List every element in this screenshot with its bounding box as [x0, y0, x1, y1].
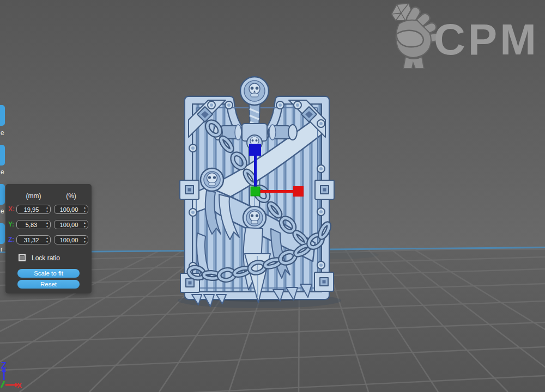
reset-button[interactable]: Reset	[17, 280, 80, 289]
pommel-skull	[249, 83, 260, 97]
gizmo-x-handle[interactable]	[293, 186, 304, 197]
spinner-arrows-icon[interactable]: ▲▼	[46, 236, 49, 243]
gizmo-z-handle[interactable]	[249, 144, 261, 156]
fist-icon	[391, 3, 440, 69]
scale-y-percent-spinbox[interactable]: ▲▼	[54, 220, 88, 229]
cpm-watermark: CPM	[376, 1, 543, 70]
lock-ratio-checkbox[interactable]	[19, 254, 26, 261]
scale-y-mm-spinbox[interactable]: ▲▼	[16, 220, 51, 229]
watermark-text: CPM	[434, 15, 539, 64]
axis-x-label: X	[17, 381, 22, 390]
lock-ratio-label: Lock ratio	[32, 254, 60, 262]
scale-panel: (mm) (%) X: ▲▼ ▲▼ Y: ▲▼ ▲▼ Z: ▲▼ ▲▼ Lock…	[5, 184, 92, 293]
tool-label-rotate: e	[1, 207, 4, 215]
tool-button-move[interactable]	[0, 105, 5, 126]
scale-z-mm-spinbox[interactable]: ▲▼	[16, 235, 51, 244]
scale-y-percent-input[interactable]	[55, 220, 88, 229]
spinner-arrows-icon[interactable]: ▲▼	[83, 236, 86, 243]
spinner-arrows-icon[interactable]: ▲▼	[46, 206, 49, 213]
scale-x-mm-input[interactable]	[17, 205, 50, 213]
scale-x-mm-spinbox[interactable]: ▲▼	[16, 205, 51, 214]
spinner-arrows-icon[interactable]: ▲▼	[83, 221, 86, 228]
scale-x-percent-spinbox[interactable]: ▲▼	[54, 205, 88, 214]
unit-header-mm: (mm)	[16, 192, 51, 200]
axis-x-row-label: X:	[8, 205, 17, 213]
tool-label-move: e	[1, 129, 4, 137]
scale-z-percent-spinbox[interactable]: ▲▼	[54, 235, 88, 244]
axis-z-row-label: Z:	[8, 235, 17, 244]
axis-y-row-label: Y:	[8, 220, 17, 229]
tool-label-mirror: r	[1, 246, 3, 253]
unit-header-percent: (%)	[54, 192, 88, 200]
spinner-arrows-icon[interactable]: ▲▼	[46, 221, 49, 228]
spinner-arrows-icon[interactable]: ▲▼	[83, 206, 86, 213]
tool-button-scale[interactable]	[0, 145, 5, 166]
tool-label-scale: e	[1, 168, 4, 176]
scale-x-percent-input[interactable]	[55, 205, 88, 213]
gizmo-origin-handle[interactable]	[251, 187, 260, 196]
scale-y-mm-input[interactable]	[17, 220, 50, 229]
scale-to-fit-button[interactable]: Scale to fit	[17, 269, 80, 278]
tool-button-rotate[interactable]	[0, 184, 5, 205]
scale-z-mm-input[interactable]	[17, 236, 50, 244]
tool-button-mirror[interactable]	[0, 223, 5, 244]
scale-z-percent-input[interactable]	[55, 236, 88, 244]
